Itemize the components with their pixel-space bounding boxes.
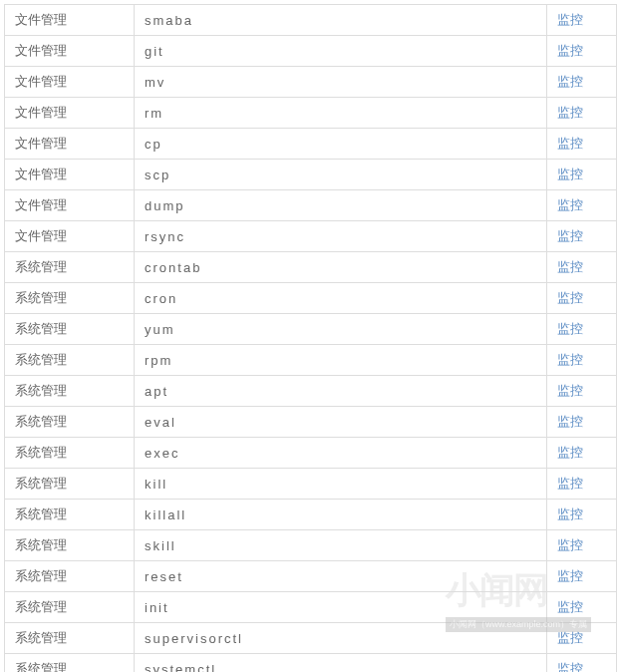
table-row: 系统管理systemctl监控 <box>5 654 617 673</box>
command-cell: crontab <box>135 252 547 283</box>
monitor-link[interactable]: 监控 <box>557 321 583 336</box>
command-cell: reset <box>135 561 547 592</box>
monitor-link[interactable]: 监控 <box>557 352 583 367</box>
action-cell: 监控 <box>547 438 617 469</box>
monitor-link[interactable]: 监控 <box>557 630 583 645</box>
table-row: 系统管理cron监控 <box>5 283 617 314</box>
category-cell: 系统管理 <box>5 530 135 561</box>
category-cell: 文件管理 <box>5 221 135 252</box>
action-cell: 监控 <box>547 67 617 98</box>
category-cell: 文件管理 <box>5 36 135 67</box>
table-row: 文件管理dump监控 <box>5 190 617 221</box>
monitor-link[interactable]: 监控 <box>557 568 583 583</box>
action-cell: 监控 <box>547 283 617 314</box>
commands-table: 文件管理smaba监控文件管理git监控文件管理mv监控文件管理rm监控文件管理… <box>4 4 617 672</box>
action-cell: 监控 <box>547 407 617 438</box>
category-cell: 系统管理 <box>5 314 135 345</box>
command-cell: exec <box>135 438 547 469</box>
monitor-link[interactable]: 监控 <box>557 259 583 274</box>
table-row: 系统管理supervisorctl监控 <box>5 623 617 654</box>
command-cell: rm <box>135 98 547 129</box>
monitor-link[interactable]: 监控 <box>557 661 583 672</box>
action-cell: 监控 <box>547 469 617 500</box>
action-cell: 监控 <box>547 345 617 376</box>
table-row: 系统管理exec监控 <box>5 438 617 469</box>
table-row: 系统管理yum监控 <box>5 314 617 345</box>
category-cell: 文件管理 <box>5 67 135 98</box>
category-cell: 系统管理 <box>5 561 135 592</box>
action-cell: 监控 <box>547 654 617 673</box>
monitor-link[interactable]: 监控 <box>557 197 583 212</box>
action-cell: 监控 <box>547 160 617 190</box>
action-cell: 监控 <box>547 190 617 221</box>
category-cell: 系统管理 <box>5 654 135 673</box>
category-cell: 文件管理 <box>5 98 135 129</box>
category-cell: 系统管理 <box>5 283 135 314</box>
table-row: 文件管理rm监控 <box>5 98 617 129</box>
action-cell: 监控 <box>547 36 617 67</box>
action-cell: 监控 <box>547 376 617 407</box>
monitor-link[interactable]: 监控 <box>557 537 583 552</box>
command-cell: cron <box>135 283 547 314</box>
command-cell: killall <box>135 500 547 530</box>
monitor-link[interactable]: 监控 <box>557 74 583 89</box>
category-cell: 文件管理 <box>5 160 135 190</box>
category-cell: 系统管理 <box>5 592 135 623</box>
monitor-link[interactable]: 监控 <box>557 599 583 614</box>
action-cell: 监控 <box>547 98 617 129</box>
monitor-link[interactable]: 监控 <box>557 12 583 27</box>
action-cell: 监控 <box>547 530 617 561</box>
command-cell: scp <box>135 160 547 190</box>
table-row: 文件管理git监控 <box>5 36 617 67</box>
command-cell: rpm <box>135 345 547 376</box>
monitor-link[interactable]: 监控 <box>557 383 583 398</box>
command-cell: apt <box>135 376 547 407</box>
table-row: 系统管理rpm监控 <box>5 345 617 376</box>
command-cell: skill <box>135 530 547 561</box>
table-row: 系统管理killall监控 <box>5 500 617 530</box>
command-cell: kill <box>135 469 547 500</box>
command-cell: eval <box>135 407 547 438</box>
table-row: 文件管理smaba监控 <box>5 5 617 36</box>
monitor-link[interactable]: 监控 <box>557 476 583 491</box>
table-row: 文件管理scp监控 <box>5 160 617 190</box>
command-cell: dump <box>135 190 547 221</box>
action-cell: 监控 <box>547 561 617 592</box>
command-cell: cp <box>135 129 547 160</box>
monitor-link[interactable]: 监控 <box>557 167 583 181</box>
category-cell: 系统管理 <box>5 469 135 500</box>
monitor-link[interactable]: 监控 <box>557 506 583 521</box>
table-row: 文件管理rsync监控 <box>5 221 617 252</box>
action-cell: 监控 <box>547 500 617 530</box>
command-cell: yum <box>135 314 547 345</box>
category-cell: 系统管理 <box>5 345 135 376</box>
command-cell: smaba <box>135 5 547 36</box>
monitor-link[interactable]: 监控 <box>557 228 583 243</box>
command-cell: systemctl <box>135 654 547 673</box>
monitor-link[interactable]: 监控 <box>557 105 583 120</box>
monitor-link[interactable]: 监控 <box>557 43 583 58</box>
monitor-link[interactable]: 监控 <box>557 414 583 429</box>
monitor-link[interactable]: 监控 <box>557 445 583 460</box>
action-cell: 监控 <box>547 129 617 160</box>
command-cell: mv <box>135 67 547 98</box>
action-cell: 监控 <box>547 221 617 252</box>
category-cell: 文件管理 <box>5 129 135 160</box>
category-cell: 系统管理 <box>5 623 135 654</box>
monitor-link[interactable]: 监控 <box>557 290 583 305</box>
category-cell: 系统管理 <box>5 376 135 407</box>
category-cell: 系统管理 <box>5 438 135 469</box>
command-cell: rsync <box>135 221 547 252</box>
monitor-link[interactable]: 监控 <box>557 136 583 151</box>
category-cell: 系统管理 <box>5 500 135 530</box>
table-row: 系统管理init监控 <box>5 592 617 623</box>
table-row: 文件管理mv监控 <box>5 67 617 98</box>
command-cell: git <box>135 36 547 67</box>
category-cell: 文件管理 <box>5 190 135 221</box>
category-cell: 文件管理 <box>5 5 135 36</box>
command-cell: supervisorctl <box>135 623 547 654</box>
table-row: 系统管理skill监控 <box>5 530 617 561</box>
table-row: 文件管理cp监控 <box>5 129 617 160</box>
action-cell: 监控 <box>547 5 617 36</box>
action-cell: 监控 <box>547 314 617 345</box>
